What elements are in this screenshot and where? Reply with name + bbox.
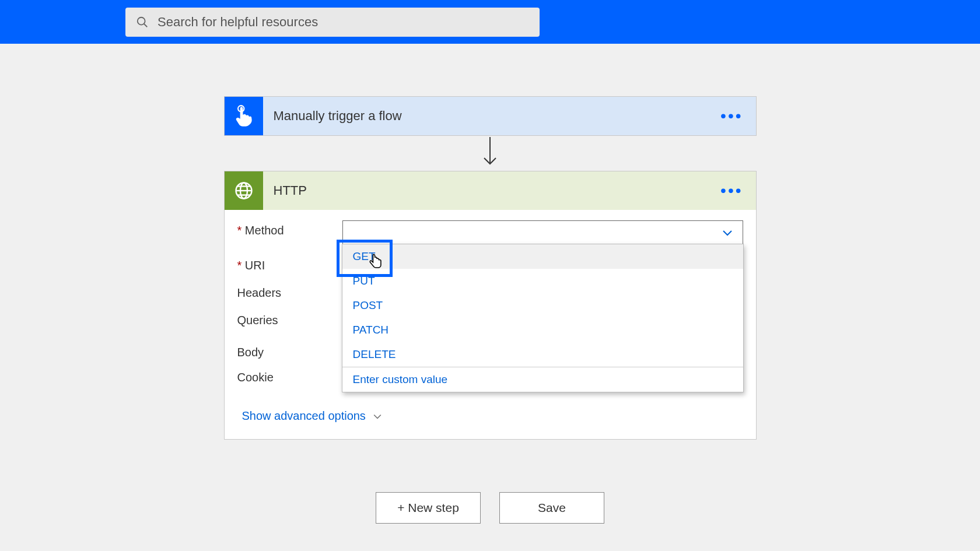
- new-step-button[interactable]: + New step: [376, 492, 481, 524]
- http-body: * Method GET: [225, 210, 756, 439]
- method-option-delete[interactable]: DELETE: [342, 342, 743, 367]
- uri-label: * URI: [237, 255, 342, 272]
- http-header[interactable]: HTTP •••: [225, 171, 756, 210]
- field-method: * Method GET: [237, 220, 743, 245]
- cookie-label: Cookie: [237, 367, 342, 384]
- http-title: HTTP: [274, 183, 721, 198]
- search-input[interactable]: [158, 15, 529, 30]
- method-option-get[interactable]: GET: [342, 244, 743, 269]
- method-select[interactable]: [342, 220, 743, 245]
- flow-canvas: Manually trigger a flow ••• HTTP •••: [0, 44, 980, 524]
- http-more-icon[interactable]: •••: [720, 188, 755, 194]
- save-button[interactable]: Save: [499, 492, 604, 524]
- advanced-options-label: Show advanced options: [242, 409, 366, 423]
- method-label: * Method: [237, 220, 342, 237]
- method-option-custom[interactable]: Enter custom value: [342, 367, 743, 392]
- trigger-more-icon[interactable]: •••: [720, 113, 755, 119]
- queries-label: Queries: [237, 310, 342, 327]
- chevron-down-icon: [720, 226, 734, 240]
- http-card: HTTP ••• * Method G: [224, 171, 757, 440]
- http-globe-icon: [225, 171, 263, 210]
- footer-buttons: + New step Save: [224, 492, 757, 524]
- svg-line-1: [144, 23, 148, 27]
- method-option-post[interactable]: POST: [342, 293, 743, 318]
- show-advanced-options[interactable]: Show advanced options: [242, 409, 383, 423]
- method-option-patch[interactable]: PATCH: [342, 318, 743, 342]
- trigger-title: Manually trigger a flow: [274, 108, 721, 124]
- search-box[interactable]: [125, 8, 540, 37]
- trigger-header[interactable]: Manually trigger a flow •••: [225, 97, 756, 135]
- svg-point-0: [138, 17, 145, 24]
- method-dropdown: GET PUT POST PATCH DELETE Ent: [342, 244, 744, 392]
- manual-trigger-icon: [225, 97, 263, 135]
- top-bar: [0, 0, 980, 44]
- trigger-card[interactable]: Manually trigger a flow •••: [224, 96, 757, 136]
- body-label: Body: [237, 342, 342, 359]
- headers-label: Headers: [237, 283, 342, 300]
- flow-arrow: [481, 136, 499, 171]
- method-option-put[interactable]: PUT: [342, 269, 743, 293]
- search-icon: [136, 16, 149, 29]
- chevron-down-icon: [372, 410, 383, 422]
